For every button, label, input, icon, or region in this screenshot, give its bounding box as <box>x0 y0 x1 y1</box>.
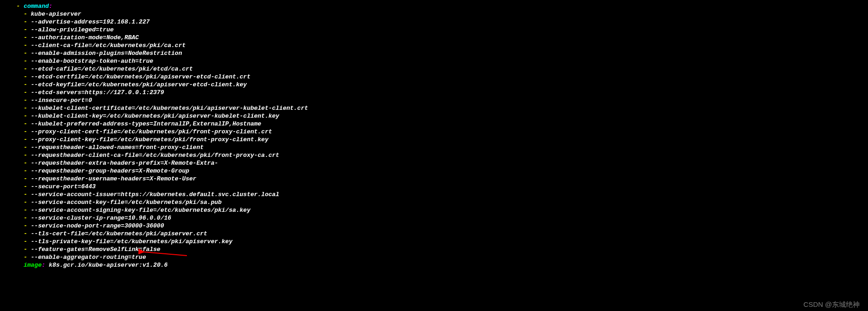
yaml-item-value: --client-ca-file=/etc/kubernetes/pki/ca.… <box>31 42 186 49</box>
yaml-list-item: - --advertise-address=192.168.1.227 <box>9 18 868 26</box>
yaml-item-value: --advertise-address=192.168.1.227 <box>31 18 150 25</box>
yaml-command-key-line: - command: <box>9 2 868 10</box>
yaml-dash: - <box>9 175 31 182</box>
yaml-dash: - <box>9 191 31 198</box>
yaml-item-value: --etcd-keyfile=/etc/kubernetes/pki/apise… <box>31 81 247 88</box>
yaml-dash: - <box>9 120 31 127</box>
yaml-dash: - <box>9 89 31 96</box>
yaml-dash: - <box>9 207 31 214</box>
yaml-image-value: k8s.gcr.io/kube-apiserver:v1.20.6 <box>45 262 168 269</box>
yaml-item-value: --authorization-mode=Node,RBAC <box>31 34 139 41</box>
yaml-item-value: --requestheader-allowed-names=front-prox… <box>31 144 204 151</box>
yaml-dash: - <box>9 42 31 49</box>
yaml-list-item: - --etcd-keyfile=/etc/kubernetes/pki/api… <box>9 81 868 89</box>
yaml-list-item: - --client-ca-file=/etc/kubernetes/pki/c… <box>9 42 868 49</box>
yaml-item-value: --proxy-client-cert-file=/etc/kubernetes… <box>31 128 272 135</box>
yaml-dash: - <box>9 152 31 159</box>
yaml-item-value: --insecure-port=0 <box>31 97 92 104</box>
yaml-item-value: --service-cluster-ip-range=10.96.0.0/16 <box>31 215 171 221</box>
yaml-dash: - <box>9 34 31 41</box>
yaml-dash: - <box>9 238 31 245</box>
yaml-item-value: --enable-admission-plugins=NodeRestricti… <box>31 50 182 57</box>
yaml-item-value: kube-apiserver <box>31 11 81 18</box>
yaml-dash: - <box>9 183 31 190</box>
yaml-list-item: - --allow-privileged=true <box>9 26 868 34</box>
yaml-item-value: --requestheader-client-ca-file=/etc/kube… <box>31 152 279 159</box>
yaml-dash: - <box>9 113 31 120</box>
yaml-dash: - <box>9 199 31 206</box>
yaml-list-item: - --requestheader-extra-headers-prefix=X… <box>9 159 868 167</box>
yaml-item-value: --kubelet-preferred-address-types=Intern… <box>31 120 261 127</box>
yaml-list-item: - --kubelet-preferred-address-types=Inte… <box>9 120 868 128</box>
yaml-list-item: - --tls-private-key-file=/etc/kubernetes… <box>9 238 868 245</box>
yaml-list-item: - --authorization-mode=Node,RBAC <box>9 34 868 42</box>
yaml-item-value: --kubelet-client-certificate=/etc/kubern… <box>31 105 308 112</box>
yaml-item-value: --enable-aggregator-routing=true <box>31 254 146 261</box>
yaml-list-item: - --proxy-client-key-file=/etc/kubernete… <box>9 136 868 144</box>
yaml-dash: - <box>9 136 31 143</box>
yaml-item-value: --feature-gates=RemoveSelfLink=false <box>31 246 161 253</box>
yaml-item-value: --etcd-certfile=/etc/kubernetes/pki/apis… <box>31 73 251 80</box>
yaml-item-value: --secure-port=6443 <box>31 183 96 190</box>
yaml-dash: - <box>9 97 31 104</box>
yaml-list-item: - --kubelet-client-certificate=/etc/kube… <box>9 104 868 112</box>
yaml-list-item: - --enable-aggregator-routing=true <box>9 253 868 261</box>
yaml-dash: - <box>9 230 31 237</box>
yaml-item-value: --requestheader-extra-headers-prefix=X-R… <box>31 160 218 167</box>
yaml-item-value: --service-account-key-file=/etc/kubernet… <box>31 199 221 206</box>
yaml-dash: - <box>9 160 31 167</box>
yaml-dash: - <box>9 50 31 57</box>
yaml-dash: - <box>9 26 31 33</box>
yaml-list-item: - --tls-cert-file=/etc/kubernetes/pki/ap… <box>9 230 868 238</box>
yaml-dash: - <box>9 18 31 25</box>
yaml-list-item: - --enable-admission-plugins=NodeRestric… <box>9 49 868 57</box>
yaml-dash: - <box>9 254 31 261</box>
yaml-item-value: --tls-private-key-file=/etc/kubernetes/p… <box>31 238 233 245</box>
terminal-yaml-output: - command: - kube-apiserver - --advertis… <box>9 2 868 269</box>
yaml-list-item: - --secure-port=6443 <box>9 183 868 191</box>
yaml-dash: - <box>9 66 31 72</box>
yaml-list-item: - --requestheader-allowed-names=front-pr… <box>9 144 868 151</box>
yaml-dash: - <box>9 11 31 18</box>
yaml-list-item: - kube-apiserver <box>9 10 868 18</box>
yaml-key-image: image <box>24 262 42 269</box>
yaml-list-item: - --requestheader-username-headers=X-Rem… <box>9 175 868 183</box>
yaml-item-value: --etcd-cafile=/etc/kubernetes/pki/etcd/c… <box>31 66 193 72</box>
yaml-list-item: - --kubelet-client-key=/etc/kubernetes/p… <box>9 112 868 120</box>
yaml-item-value: --requestheader-username-headers=X-Remot… <box>31 175 197 182</box>
yaml-list-item: - --service-account-signing-key-file=/et… <box>9 206 868 214</box>
yaml-item-value: --allow-privileged=true <box>31 26 114 33</box>
yaml-dash: - <box>9 222 31 229</box>
yaml-list-item: - --service-cluster-ip-range=10.96.0.0/1… <box>9 214 868 222</box>
yaml-item-value: --etcd-servers=https://127.0.0.1:2379 <box>31 89 164 96</box>
yaml-list-item: - --service-account-key-file=/etc/kubern… <box>9 198 868 206</box>
yaml-item-value: --requestheader-group-headers=X-Remote-G… <box>31 167 189 174</box>
yaml-item-value: --tls-cert-file=/etc/kubernetes/pki/apis… <box>31 230 207 237</box>
yaml-list-item: - --requestheader-client-ca-file=/etc/ku… <box>9 151 868 159</box>
yaml-dash: - <box>9 73 31 80</box>
yaml-list-item: - --service-account-issuer=https://kuber… <box>9 191 868 198</box>
yaml-dash: - <box>9 246 31 253</box>
yaml-list-item: - --insecure-port=0 <box>9 96 868 104</box>
yaml-item-value: --enable-bootstrap-token-auth=true <box>31 58 153 65</box>
yaml-dash: - <box>9 58 31 65</box>
yaml-list-item: - --etcd-cafile=/etc/kubernetes/pki/etcd… <box>9 65 868 73</box>
yaml-dash: - <box>9 167 31 174</box>
yaml-key-command: command <box>24 3 49 10</box>
yaml-list-item: - --enable-bootstrap-token-auth=true <box>9 57 868 65</box>
yaml-item-value: --kubelet-client-key=/etc/kubernetes/pki… <box>31 113 279 120</box>
yaml-item-value: --service-node-port-range=30000-36000 <box>31 222 164 229</box>
yaml-list-item: - --etcd-certfile=/etc/kubernetes/pki/ap… <box>9 73 868 81</box>
yaml-item-value: --proxy-client-key-file=/etc/kubernetes/… <box>31 136 269 143</box>
watermark-text: CSDN @东城绝神 <box>803 300 860 308</box>
yaml-list-item: - --etcd-servers=https://127.0.0.1:2379 <box>9 89 868 96</box>
yaml-dash: - <box>9 81 31 88</box>
yaml-list-item: - --service-node-port-range=30000-36000 <box>9 222 868 230</box>
yaml-dash: - <box>9 128 31 135</box>
yaml-dash: - <box>9 215 31 221</box>
yaml-list-item: - --requestheader-group-headers=X-Remote… <box>9 167 868 175</box>
yaml-dash: - <box>9 144 31 151</box>
yaml-dash: - <box>9 105 31 112</box>
yaml-list-item: - --feature-gates=RemoveSelfLink=false <box>9 245 868 253</box>
yaml-list-item: - --proxy-client-cert-file=/etc/kubernet… <box>9 128 868 136</box>
